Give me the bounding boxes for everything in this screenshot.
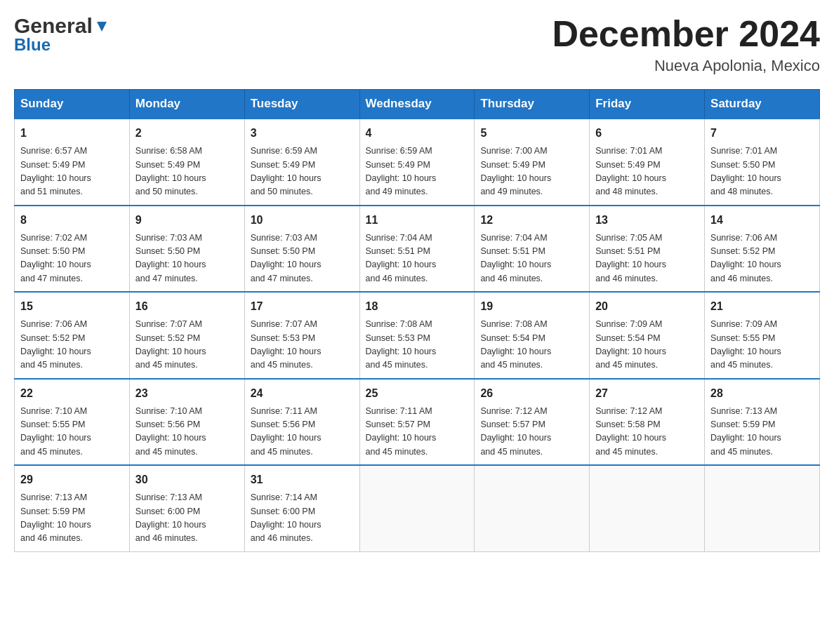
week-row-2: 8Sunrise: 7:02 AM Sunset: 5:50 PM Daylig… bbox=[15, 206, 820, 293]
title-block: December 2024 Nueva Apolonia, Mexico bbox=[552, 14, 820, 75]
day-info: Sunrise: 7:03 AM Sunset: 5:50 PM Dayligh… bbox=[135, 232, 239, 286]
day-info: Sunrise: 7:03 AM Sunset: 5:50 PM Dayligh… bbox=[251, 232, 354, 286]
logo-general-text: General bbox=[14, 14, 93, 38]
calendar-cell: 12Sunrise: 7:04 AM Sunset: 5:51 PM Dayli… bbox=[475, 206, 590, 293]
calendar-cell: 7Sunrise: 7:01 AM Sunset: 5:50 PM Daylig… bbox=[705, 119, 820, 206]
day-info: Sunrise: 6:59 AM Sunset: 5:49 PM Dayligh… bbox=[366, 145, 469, 199]
calendar-cell bbox=[475, 465, 590, 551]
calendar-cell: 21Sunrise: 7:09 AM Sunset: 5:55 PM Dayli… bbox=[705, 292, 820, 379]
week-row-5: 29Sunrise: 7:13 AM Sunset: 5:59 PM Dayli… bbox=[15, 465, 820, 551]
calendar-cell: 10Sunrise: 7:03 AM Sunset: 5:50 PM Dayli… bbox=[244, 206, 359, 293]
header-cell-tuesday: Tuesday bbox=[244, 90, 359, 119]
day-number: 31 bbox=[251, 471, 354, 488]
calendar-cell: 22Sunrise: 7:10 AM Sunset: 5:55 PM Dayli… bbox=[15, 379, 130, 466]
day-info: Sunrise: 6:57 AM Sunset: 5:49 PM Dayligh… bbox=[20, 145, 124, 199]
day-info: Sunrise: 7:13 AM Sunset: 5:59 PM Dayligh… bbox=[710, 405, 814, 459]
calendar-cell: 16Sunrise: 7:07 AM Sunset: 5:52 PM Dayli… bbox=[129, 292, 244, 379]
logo: General Blue bbox=[14, 14, 110, 55]
header-cell-friday: Friday bbox=[590, 90, 705, 119]
day-info: Sunrise: 6:59 AM Sunset: 5:49 PM Dayligh… bbox=[251, 145, 354, 199]
day-info: Sunrise: 7:00 AM Sunset: 5:49 PM Dayligh… bbox=[480, 145, 583, 199]
calendar-cell: 20Sunrise: 7:09 AM Sunset: 5:54 PM Dayli… bbox=[590, 292, 705, 379]
day-info: Sunrise: 7:08 AM Sunset: 5:53 PM Dayligh… bbox=[366, 318, 469, 373]
day-number: 8 bbox=[20, 212, 124, 229]
calendar-cell: 9Sunrise: 7:03 AM Sunset: 5:50 PM Daylig… bbox=[129, 206, 244, 293]
calendar-cell: 30Sunrise: 7:13 AM Sunset: 6:00 PM Dayli… bbox=[129, 465, 244, 551]
day-number: 19 bbox=[480, 298, 583, 315]
day-info: Sunrise: 7:01 AM Sunset: 5:49 PM Dayligh… bbox=[595, 145, 699, 199]
calendar-cell: 27Sunrise: 7:12 AM Sunset: 5:58 PM Dayli… bbox=[590, 379, 705, 466]
calendar-cell: 26Sunrise: 7:12 AM Sunset: 5:57 PM Dayli… bbox=[475, 379, 590, 466]
calendar-cell: 3Sunrise: 6:59 AM Sunset: 5:49 PM Daylig… bbox=[244, 119, 359, 206]
day-number: 29 bbox=[20, 471, 124, 488]
calendar-cell: 24Sunrise: 7:11 AM Sunset: 5:56 PM Dayli… bbox=[244, 379, 359, 466]
day-info: Sunrise: 7:11 AM Sunset: 5:56 PM Dayligh… bbox=[251, 405, 354, 459]
week-row-1: 1Sunrise: 6:57 AM Sunset: 5:49 PM Daylig… bbox=[15, 119, 820, 206]
header-cell-wednesday: Wednesday bbox=[359, 90, 475, 119]
day-number: 14 bbox=[710, 212, 814, 229]
calendar-cell: 19Sunrise: 7:08 AM Sunset: 5:54 PM Dayli… bbox=[475, 292, 590, 379]
calendar-cell: 13Sunrise: 7:05 AM Sunset: 5:51 PM Dayli… bbox=[590, 206, 705, 293]
calendar-cell: 2Sunrise: 6:58 AM Sunset: 5:49 PM Daylig… bbox=[129, 119, 244, 206]
day-info: Sunrise: 7:07 AM Sunset: 5:52 PM Dayligh… bbox=[135, 318, 239, 373]
day-number: 2 bbox=[135, 125, 239, 142]
day-number: 6 bbox=[595, 125, 699, 142]
day-number: 25 bbox=[366, 385, 469, 402]
day-number: 15 bbox=[20, 298, 124, 315]
day-info: Sunrise: 7:06 AM Sunset: 5:52 PM Dayligh… bbox=[710, 232, 814, 286]
calendar-cell: 31Sunrise: 7:14 AM Sunset: 6:00 PM Dayli… bbox=[244, 465, 359, 551]
calendar-cell: 8Sunrise: 7:02 AM Sunset: 5:50 PM Daylig… bbox=[15, 206, 130, 293]
day-info: Sunrise: 7:13 AM Sunset: 6:00 PM Dayligh… bbox=[135, 491, 239, 546]
day-info: Sunrise: 7:12 AM Sunset: 5:58 PM Dayligh… bbox=[595, 405, 699, 459]
day-info: Sunrise: 7:06 AM Sunset: 5:52 PM Dayligh… bbox=[20, 318, 124, 373]
calendar-table: SundayMondayTuesdayWednesdayThursdayFrid… bbox=[14, 89, 820, 552]
calendar-cell: 17Sunrise: 7:07 AM Sunset: 5:53 PM Dayli… bbox=[244, 292, 359, 379]
month-year-title: December 2024 bbox=[552, 14, 820, 54]
calendar-cell: 18Sunrise: 7:08 AM Sunset: 5:53 PM Dayli… bbox=[359, 292, 475, 379]
header-cell-saturday: Saturday bbox=[705, 90, 820, 119]
calendar-cell: 29Sunrise: 7:13 AM Sunset: 5:59 PM Dayli… bbox=[15, 465, 130, 551]
day-number: 23 bbox=[135, 385, 239, 402]
day-info: Sunrise: 7:09 AM Sunset: 5:54 PM Dayligh… bbox=[595, 318, 699, 373]
calendar-cell bbox=[590, 465, 705, 551]
day-number: 26 bbox=[480, 385, 583, 402]
calendar-cell bbox=[359, 465, 475, 551]
calendar-cell: 5Sunrise: 7:00 AM Sunset: 5:49 PM Daylig… bbox=[475, 119, 590, 206]
day-number: 18 bbox=[366, 298, 469, 315]
calendar-cell: 23Sunrise: 7:10 AM Sunset: 5:56 PM Dayli… bbox=[129, 379, 244, 466]
calendar-cell: 15Sunrise: 7:06 AM Sunset: 5:52 PM Dayli… bbox=[15, 292, 130, 379]
day-info: Sunrise: 7:07 AM Sunset: 5:53 PM Dayligh… bbox=[251, 318, 354, 373]
day-info: Sunrise: 7:04 AM Sunset: 5:51 PM Dayligh… bbox=[366, 232, 469, 286]
calendar-body: 1Sunrise: 6:57 AM Sunset: 5:49 PM Daylig… bbox=[15, 119, 820, 551]
day-number: 17 bbox=[251, 298, 354, 315]
page-header: General Blue December 2024 Nueva Apoloni… bbox=[14, 14, 820, 75]
day-info: Sunrise: 7:12 AM Sunset: 5:57 PM Dayligh… bbox=[480, 405, 583, 459]
calendar-cell: 28Sunrise: 7:13 AM Sunset: 5:59 PM Dayli… bbox=[705, 379, 820, 466]
svg-marker-0 bbox=[97, 22, 107, 32]
header-cell-thursday: Thursday bbox=[475, 90, 590, 119]
calendar-cell: 1Sunrise: 6:57 AM Sunset: 5:49 PM Daylig… bbox=[15, 119, 130, 206]
day-number: 30 bbox=[135, 471, 239, 488]
day-number: 12 bbox=[480, 212, 583, 229]
day-number: 1 bbox=[20, 125, 124, 142]
day-number: 4 bbox=[366, 125, 469, 142]
day-info: Sunrise: 7:11 AM Sunset: 5:57 PM Dayligh… bbox=[366, 405, 469, 459]
day-info: Sunrise: 7:01 AM Sunset: 5:50 PM Dayligh… bbox=[710, 145, 814, 199]
day-number: 13 bbox=[595, 212, 699, 229]
day-number: 28 bbox=[710, 385, 814, 402]
calendar-cell bbox=[705, 465, 820, 551]
day-number: 10 bbox=[251, 212, 354, 229]
day-number: 16 bbox=[135, 298, 239, 315]
day-number: 5 bbox=[480, 125, 583, 142]
logo-triangle-icon bbox=[94, 19, 110, 34]
day-number: 22 bbox=[20, 385, 124, 402]
day-number: 20 bbox=[595, 298, 699, 315]
day-info: Sunrise: 7:09 AM Sunset: 5:55 PM Dayligh… bbox=[710, 318, 814, 373]
day-number: 21 bbox=[710, 298, 814, 315]
day-info: Sunrise: 7:02 AM Sunset: 5:50 PM Dayligh… bbox=[20, 232, 124, 286]
day-info: Sunrise: 7:13 AM Sunset: 5:59 PM Dayligh… bbox=[20, 491, 124, 546]
day-number: 9 bbox=[135, 212, 239, 229]
day-info: Sunrise: 7:10 AM Sunset: 5:56 PM Dayligh… bbox=[135, 405, 239, 459]
header-cell-sunday: Sunday bbox=[15, 90, 130, 119]
day-number: 24 bbox=[251, 385, 354, 402]
